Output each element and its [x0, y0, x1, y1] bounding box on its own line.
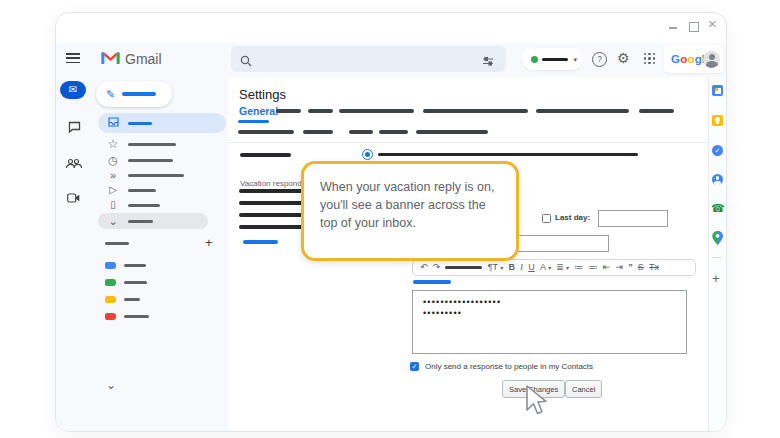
google-account-box[interactable]: Google — [664, 45, 724, 73]
tab-placeholder[interactable] — [379, 130, 408, 134]
calendar-icon[interactable] — [712, 85, 723, 96]
remove-formatting-button[interactable]: Tx — [649, 263, 659, 272]
chevron-down-icon: ▾ — [573, 56, 577, 63]
quote-button[interactable]: ” — [628, 263, 633, 272]
clock-icon: ◷ — [106, 155, 120, 166]
side-panel-divider — [712, 257, 722, 258]
contacts-checkbox[interactable]: ✓ — [410, 362, 419, 371]
voice-icon[interactable]: ☎ — [711, 203, 725, 214]
avatar[interactable] — [703, 51, 720, 68]
bold-button[interactable]: B — [508, 263, 515, 272]
hamburger-menu-icon[interactable] — [66, 53, 80, 63]
status-dot — [531, 56, 538, 63]
last-day-label: Last day: — [555, 213, 590, 222]
bullet-list-button[interactable]: ≕ — [588, 263, 597, 272]
tab-placeholder[interactable] — [339, 109, 414, 113]
indent-less-button[interactable]: ⇤ — [603, 263, 611, 272]
indent-more-button[interactable]: ⇥ — [615, 263, 623, 272]
radio-selected[interactable] — [362, 149, 373, 160]
status-chip[interactable]: ▾ — [522, 48, 583, 70]
chat-icon[interactable] — [68, 119, 81, 137]
compose-button[interactable]: ✎ — [96, 81, 172, 107]
message-line: ••••••••• — [423, 308, 462, 318]
text-color-button[interactable]: A — [540, 263, 546, 272]
undo-icon[interactable]: ↶ — [420, 263, 428, 272]
label-bar[interactable] — [124, 281, 147, 284]
sidebar-item-more[interactable]: ⌄ — [98, 213, 208, 229]
align-button[interactable]: ≣ — [556, 263, 564, 272]
inbox-icon — [106, 117, 120, 129]
contacts-checkbox-label: Only send a response to people in my Con… — [425, 362, 593, 371]
tasks-icon[interactable]: ✓ — [712, 145, 723, 156]
keep-icon[interactable] — [712, 115, 723, 126]
tab-placeholder[interactable] — [423, 109, 528, 113]
sent-label-bar — [128, 189, 156, 192]
close-icon[interactable]: × — [708, 16, 717, 31]
side-panel-add-icon[interactable]: + — [712, 272, 720, 285]
snoozed-label-bar — [128, 159, 173, 162]
label-bar[interactable] — [124, 298, 140, 301]
draft-icon: ▯ — [106, 200, 120, 210]
sidebar-item-inbox[interactable] — [98, 113, 226, 133]
tutorial-tooltip: When your vacation reply is on, you'll s… — [301, 161, 519, 261]
label-tag-green — [105, 279, 116, 286]
apps-grid-icon[interactable] — [643, 52, 656, 65]
underline-button[interactable]: U — [528, 263, 535, 272]
vacation-option-bar — [239, 225, 309, 229]
contacts-icon[interactable] — [712, 174, 723, 185]
check-icon: ✓ — [412, 363, 418, 370]
meet-icon[interactable] — [67, 189, 80, 207]
search-bar[interactable] — [231, 46, 506, 72]
star-icon: ☆ — [106, 138, 120, 150]
tab-placeholder[interactable] — [238, 130, 294, 134]
minimize-icon[interactable] — [669, 27, 677, 29]
tab-placeholder[interactable] — [536, 109, 629, 113]
caret-icon: ▾ — [566, 265, 569, 271]
maximize-icon[interactable] — [689, 22, 699, 32]
label-bar[interactable] — [124, 315, 149, 318]
maps-icon[interactable] — [712, 231, 723, 249]
tooltip-text: When your vacation reply is on, you'll s… — [304, 164, 516, 232]
font-name-bar[interactable] — [445, 266, 482, 269]
tab-general[interactable]: General — [239, 105, 278, 117]
mail-icon: ✉ — [69, 85, 77, 95]
send-icon: ▷ — [106, 185, 120, 195]
cancel-button[interactable]: Cancel — [565, 380, 602, 398]
vacation-date-bar — [243, 240, 278, 244]
tab-placeholder[interactable] — [349, 130, 373, 134]
caret-icon: ▾ — [548, 265, 551, 271]
inbox-label-bar — [128, 122, 152, 125]
status-bar — [542, 58, 568, 61]
italic-button[interactable]: I — [520, 263, 523, 272]
drafts-label-bar — [128, 204, 160, 207]
tab-placeholder[interactable] — [276, 109, 301, 113]
sidebar-item-drafts[interactable]: ▯ — [98, 196, 226, 214]
tab-placeholder[interactable] — [303, 130, 333, 134]
label-bar[interactable] — [124, 264, 146, 267]
last-day-input[interactable] — [598, 210, 668, 227]
last-day-checkbox[interactable] — [542, 214, 551, 223]
redo-icon[interactable]: ↷ — [433, 263, 441, 272]
gear-icon[interactable]: ⚙ — [617, 51, 630, 65]
gmail-logo-icon — [100, 49, 121, 70]
tab-placeholder[interactable] — [639, 109, 674, 113]
caret-icon: ▾ — [500, 265, 503, 271]
search-options-icon[interactable] — [482, 53, 494, 71]
settings-title: Settings — [239, 87, 286, 102]
label-tag-blue — [105, 262, 116, 269]
rail-mail-pill[interactable]: ✉ — [60, 81, 86, 99]
tabs-divider — [228, 142, 708, 143]
message-textarea[interactable]: •••••••••••••••••• ••••••••• — [412, 290, 687, 354]
label-tag-yellow — [105, 296, 116, 303]
strikethrough-button[interactable]: S — [638, 263, 644, 272]
sidebar-collapse-chevron-icon[interactable]: ⌄ — [106, 379, 116, 391]
help-icon[interactable]: ? — [592, 52, 607, 67]
tab-placeholder[interactable] — [308, 109, 333, 113]
add-label-icon[interactable]: + — [205, 236, 213, 249]
numbered-list-button[interactable]: ≔ — [574, 263, 583, 272]
pencil-icon: ✎ — [106, 89, 115, 100]
tab-placeholder[interactable] — [416, 130, 488, 134]
font-size-button[interactable]: ¶T — [488, 263, 498, 272]
spaces-icon[interactable] — [65, 155, 82, 173]
important-icon: » — [106, 170, 120, 181]
